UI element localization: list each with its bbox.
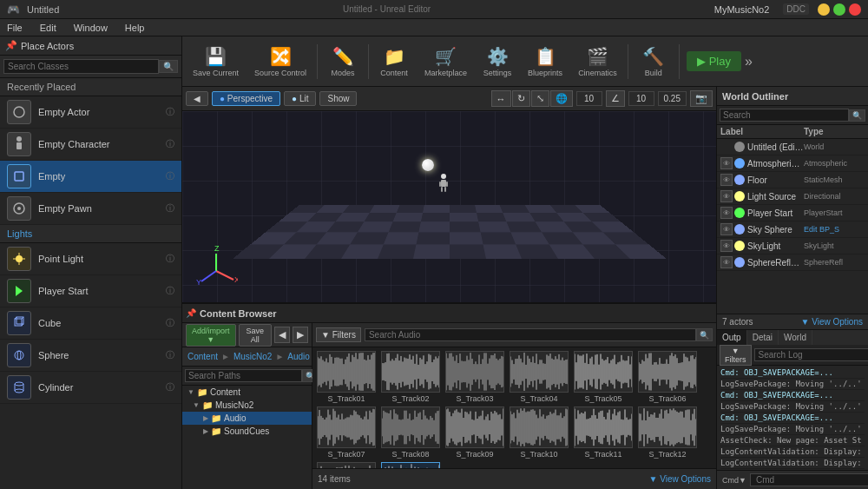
visibility-toggle[interactable]: 👁: [720, 157, 733, 169]
actor-sphere[interactable]: Sphere ⓘ: [0, 340, 181, 372]
actor-player-start[interactable]: Player Start ⓘ: [0, 275, 181, 307]
outliner-item[interactable]: 👁 Floor StaticMesh: [717, 172, 868, 188]
visibility-toggle[interactable]: 👁: [720, 174, 733, 186]
viewport-3d[interactable]: X Z Y: [182, 111, 716, 302]
filter-button[interactable]: ▼ Filters: [316, 327, 361, 342]
snap-angle-button[interactable]: ∠: [606, 90, 625, 107]
minimize-button[interactable]: [818, 3, 830, 16]
content-button[interactable]: 📁 Content: [372, 40, 416, 83]
viewport-lit-button[interactable]: ● Lit: [284, 91, 316, 106]
visibility-toggle[interactable]: 👁: [720, 256, 733, 268]
outliner-item[interactable]: 👁 SphereReflection SphereRefl: [717, 254, 868, 271]
outliner-item[interactable]: 👁 Light Source Directional: [717, 188, 868, 205]
translate-tool[interactable]: ↔: [491, 90, 511, 107]
camera-speed-button[interactable]: 📷: [690, 90, 713, 107]
world-tool[interactable]: 🌐: [550, 90, 573, 107]
tab-output[interactable]: Outp: [717, 330, 747, 345]
output-filter-button[interactable]: ▼ Filters: [720, 345, 752, 366]
nav-back-button[interactable]: ◀: [274, 327, 290, 343]
viewport-back-button[interactable]: ◀: [186, 91, 208, 106]
save-current-button[interactable]: 💾 Save Current: [186, 40, 246, 83]
tree-content-item[interactable]: ▼ 📁 Content: [182, 386, 312, 399]
category-lights[interactable]: Lights: [0, 225, 181, 243]
outliner-item[interactable]: 👁 Player Start PlayerStart: [717, 205, 868, 221]
outliner-search-input[interactable]: [720, 109, 849, 122]
cmd-input[interactable]: [750, 473, 868, 486]
actor-cylinder[interactable]: Cylinder ⓘ: [0, 372, 181, 404]
asset-item[interactable]: S_Track03: [444, 351, 505, 403]
outliner-view-options[interactable]: ▼ View Options: [801, 317, 863, 327]
toolbar-expand-button[interactable]: »: [745, 54, 753, 69]
tree-musicno2-item[interactable]: ▼ 📁 MusicNo2: [182, 399, 312, 412]
outliner-item[interactable]: Untitled (Editor) World: [717, 139, 868, 155]
actor-empty-pawn[interactable]: Empty Pawn ⓘ: [0, 193, 181, 225]
search-audio-button[interactable]: 🔍: [696, 328, 713, 341]
tab-details[interactable]: Detai: [747, 330, 779, 345]
asset-item[interactable]: S_Track06: [637, 351, 698, 403]
add-import-button[interactable]: Add/import ▼: [186, 324, 236, 347]
menu-edit[interactable]: Edit: [36, 23, 60, 33]
close-button[interactable]: [849, 3, 861, 16]
build-button[interactable]: 🔨 Build: [632, 40, 675, 83]
outliner-search-button[interactable]: 🔍: [849, 109, 865, 122]
cinematics-button[interactable]: 🎬 Cinematics: [571, 40, 624, 83]
outliner-item[interactable]: 👁 Atmospheric Fog Atmospheric: [717, 155, 868, 172]
source-control-button[interactable]: 🔀 Source Control: [247, 40, 313, 83]
maximize-button[interactable]: [833, 3, 845, 16]
marketplace-button[interactable]: 🛒 Marketplace: [418, 40, 474, 83]
settings-button[interactable]: ⚙️ Settings: [476, 40, 519, 83]
menu-window[interactable]: Window: [70, 23, 111, 33]
outliner-item-type[interactable]: Edit BP_S: [804, 225, 865, 234]
search-path-input[interactable]: [185, 369, 302, 382]
menu-file[interactable]: File: [3, 23, 26, 33]
log-search-input[interactable]: [754, 348, 869, 361]
actor-empty[interactable]: Empty ⓘ: [0, 161, 181, 193]
asset-item[interactable]: S_Track09: [444, 406, 505, 459]
asset-item[interactable]: S_Track14: [380, 462, 441, 468]
rotate-tool[interactable]: ↻: [512, 90, 530, 107]
save-all-button[interactable]: Save All: [239, 324, 272, 347]
viewport-perspective-button[interactable]: ● Perspective: [212, 91, 280, 106]
asset-item[interactable]: S_Track01: [316, 351, 377, 403]
menu-help[interactable]: Help: [122, 23, 148, 33]
actor-point-light[interactable]: Point Light ⓘ: [0, 243, 181, 275]
tree-soundcues-item[interactable]: ▶ 📁 SoundCues: [182, 425, 312, 438]
waveform-svg: [639, 352, 696, 392]
asset-item[interactable]: S_Track04: [509, 351, 569, 403]
visibility-toggle[interactable]: 👁: [720, 240, 733, 252]
visibility-toggle[interactable]: 👁: [720, 207, 733, 219]
visibility-toggle[interactable]: 👁: [720, 223, 733, 235]
scale-tool[interactable]: ⤡: [531, 90, 549, 107]
asset-item[interactable]: S_Track13: [316, 462, 377, 468]
asset-item[interactable]: S_Track08: [380, 406, 441, 459]
asset-item[interactable]: S_Track05: [573, 351, 634, 403]
actor-empty-actor[interactable]: Empty Actor ⓘ: [0, 96, 181, 129]
actor-empty-character[interactable]: Empty Character ⓘ: [0, 129, 181, 161]
blueprints-button[interactable]: 📋 Blueprints: [521, 40, 569, 83]
view-options-button[interactable]: ▼ View Options: [649, 474, 711, 484]
search-classes-button[interactable]: 🔍: [159, 60, 178, 73]
search-classes-input[interactable]: [3, 59, 159, 74]
outliner-item[interactable]: 👁 SkyLight SkyLight: [717, 238, 868, 254]
breadcrumb-musicno2[interactable]: MusicNo2: [233, 352, 272, 361]
visibility-toggle[interactable]: 👁: [720, 190, 733, 202]
tree-audio-item[interactable]: ▶ 📁 Audio: [182, 412, 312, 425]
window-controls[interactable]: [816, 3, 861, 16]
viewport-show-button[interactable]: Show: [319, 91, 357, 106]
tab-world[interactable]: World: [779, 330, 812, 345]
breadcrumb-audio[interactable]: Audio: [287, 352, 310, 361]
actor-cube[interactable]: Cube ⓘ: [0, 307, 181, 340]
category-recently-placed[interactable]: Recently Placed: [0, 78, 181, 96]
asset-item[interactable]: S_Track02: [380, 351, 441, 403]
modes-button[interactable]: ✏️ Modes: [321, 40, 365, 83]
play-button[interactable]: ▶ Play: [687, 51, 741, 71]
asset-item[interactable]: S_Track10: [509, 406, 569, 459]
save-current-label: Save Current: [193, 69, 239, 77]
asset-item[interactable]: S_Track11: [573, 406, 634, 459]
asset-item[interactable]: S_Track12: [637, 406, 698, 459]
nav-forward-button[interactable]: ▶: [293, 327, 308, 343]
outliner-item[interactable]: 👁 Sky Sphere Edit BP_S: [717, 221, 868, 238]
search-audio-input[interactable]: [365, 328, 696, 341]
asset-item[interactable]: S_Track07: [316, 406, 377, 459]
breadcrumb-content[interactable]: Content: [187, 352, 218, 361]
